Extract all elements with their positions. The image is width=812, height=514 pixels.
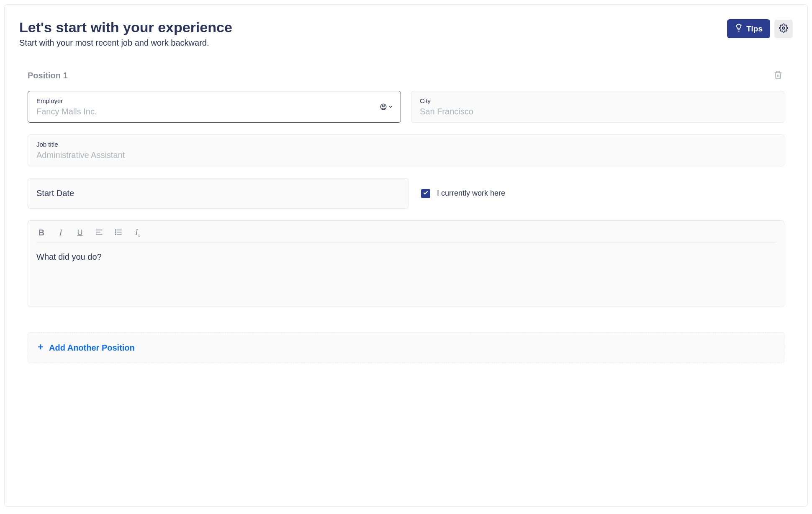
- city-field[interactable]: City: [411, 91, 784, 123]
- currently-work-label: I currently work here: [437, 189, 505, 198]
- svg-point-13: [116, 234, 116, 235]
- header-actions: Tips: [727, 19, 793, 38]
- svg-point-2: [782, 27, 785, 29]
- description-editor: B I U Ix What did you do?: [28, 220, 784, 307]
- bold-icon: B: [39, 228, 44, 238]
- start-date-label: Start Date: [36, 189, 74, 198]
- list-icon: [114, 228, 123, 238]
- align-icon: [95, 228, 103, 238]
- form-container: Let's start with your experience Start w…: [4, 4, 808, 507]
- employer-autofill-icon[interactable]: [380, 103, 393, 111]
- editor-toolbar: B I U Ix: [36, 227, 776, 243]
- svg-line-1: [741, 25, 742, 26]
- trash-icon: [773, 75, 783, 81]
- city-label: City: [420, 97, 776, 104]
- svg-point-4: [383, 105, 385, 107]
- check-icon: [423, 190, 429, 197]
- date-row: Start Date I currently work here: [28, 178, 784, 209]
- jobtitle-label: Job title: [36, 141, 776, 148]
- position-label: Position 1: [28, 71, 68, 80]
- jobtitle-input[interactable]: [36, 150, 776, 160]
- employer-city-row: Employer City: [28, 91, 784, 123]
- svg-point-11: [116, 230, 116, 230]
- header-row: Let's start with your experience Start w…: [19, 19, 793, 48]
- jobtitle-field[interactable]: Job title: [28, 134, 784, 166]
- svg-line-0: [736, 25, 737, 26]
- currently-work-wrap: I currently work here: [419, 178, 784, 209]
- clear-format-button[interactable]: Ix: [133, 227, 143, 238]
- add-position-label: Add Another Position: [49, 343, 135, 353]
- position-section: Position 1 Employer: [19, 69, 793, 307]
- employer-field[interactable]: Employer: [28, 91, 401, 123]
- list-button[interactable]: [113, 227, 123, 238]
- start-date-field[interactable]: Start Date: [28, 178, 409, 209]
- city-input[interactable]: [420, 107, 776, 116]
- page-subtitle: Start with your most recent job and work…: [19, 38, 232, 48]
- description-textarea[interactable]: What did you do?: [36, 252, 776, 298]
- page-title: Let's start with your experience: [19, 19, 232, 36]
- delete-position-button[interactable]: [772, 69, 784, 83]
- gear-icon: [779, 23, 788, 34]
- plus-icon: [36, 343, 45, 353]
- svg-point-12: [116, 232, 116, 232]
- clear-format-icon: Ix: [136, 228, 140, 238]
- settings-button[interactable]: [774, 20, 793, 38]
- jobtitle-row: Job title: [28, 134, 784, 166]
- bold-button[interactable]: B: [36, 227, 46, 238]
- position-header: Position 1: [28, 69, 784, 83]
- italic-icon: I: [59, 228, 62, 238]
- tips-button[interactable]: Tips: [727, 19, 770, 38]
- add-position-button[interactable]: Add Another Position: [28, 332, 784, 363]
- header-text: Let's start with your experience Start w…: [19, 19, 232, 48]
- employer-input[interactable]: [36, 107, 392, 116]
- currently-work-checkbox[interactable]: [421, 189, 430, 198]
- lightbulb-icon: [735, 23, 743, 34]
- underline-button[interactable]: U: [75, 227, 85, 238]
- underline-icon: U: [77, 228, 83, 237]
- align-button[interactable]: [94, 227, 104, 238]
- employer-label: Employer: [36, 97, 392, 104]
- tips-label: Tips: [746, 24, 763, 34]
- italic-button[interactable]: I: [56, 227, 66, 238]
